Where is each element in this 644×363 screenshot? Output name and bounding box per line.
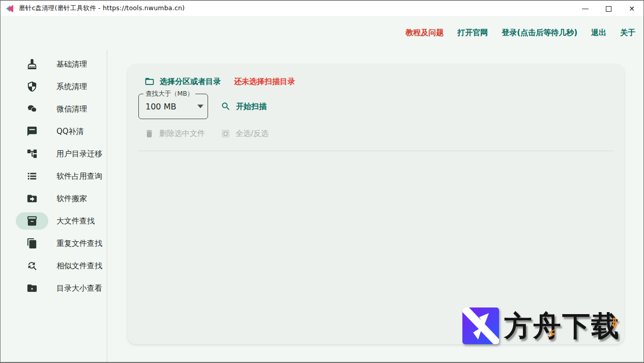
watermark: 方舟下载 ⚡ ⇓: [462, 308, 620, 344]
select-all-button[interactable]: 全选/反选: [221, 126, 269, 141]
list-icon: [16, 167, 48, 185]
directory-select-row: 选择分区或者目录 还未选择扫描目录: [144, 76, 295, 87]
size-threshold-value: 100 MB: [145, 94, 176, 119]
start-scan-button[interactable]: 开始扫描: [221, 94, 267, 119]
select-all-icon: [221, 129, 230, 138]
maximize-icon: [606, 6, 611, 12]
chat-bubble-icon: [16, 123, 48, 140]
folder-star-icon: [16, 280, 48, 297]
delete-selected-label: 删除选中文件: [159, 129, 205, 138]
copy-files-icon: [16, 235, 48, 252]
sidebar-item-label: 软件占用查询: [56, 172, 102, 181]
sidebar-item-label: 系统清理: [56, 82, 87, 92]
sidebar-item-label: 软件搬家: [56, 194, 87, 204]
sidebar-item-qq-clean[interactable]: QQ补清: [1, 120, 107, 143]
sidebar-item-label: 目录大小查看: [56, 284, 102, 293]
sidebar-item-label: 微信清理: [56, 104, 87, 114]
select-all-label: 全选/反选: [236, 129, 269, 138]
main-panel: 选择分区或者目录 还未选择扫描目录 查找大于（MB） 100 MB 开始扫描 删…: [128, 64, 624, 344]
watermark-text: 方舟下载 ⚡ ⇓: [504, 308, 620, 344]
search-icon: [221, 101, 231, 111]
nav-tutorial-link[interactable]: 教程及问题: [405, 28, 444, 38]
nav-login-link[interactable]: 登录(点击后等待几秒): [502, 28, 577, 38]
sidebar-item-user-dir-migrate[interactable]: 用户目录迁移: [1, 143, 107, 165]
watermark-label: 方舟下载: [504, 310, 620, 342]
minimize-icon: [582, 9, 589, 9]
sidebar-item-duplicate-file-search[interactable]: 重复文件查找: [1, 232, 107, 255]
chevron-down-icon: [197, 105, 203, 108]
start-scan-label: 开始扫描: [236, 102, 267, 111]
sidebar-item-label: 基础清理: [56, 60, 87, 69]
nav-official-site-link[interactable]: 打开官网: [457, 28, 488, 38]
download-arrow-icon: ⇓: [609, 304, 621, 341]
sidebar-item-label: 大文件查找: [56, 216, 95, 226]
folder-move-icon: [16, 190, 48, 207]
close-icon: ✕: [629, 5, 635, 13]
top-nav: 教程及问题 打开官网 登录(点击后等待几秒) 退出 关于: [405, 17, 643, 48]
window-controls: ✕: [573, 1, 643, 17]
no-directory-warning: 还未选择扫描目录: [234, 77, 295, 87]
nav-about-link[interactable]: 关于: [620, 28, 635, 38]
sidebar-item-dir-size-view[interactable]: 目录大小查看: [1, 277, 107, 299]
sidebar-item-similar-file-search[interactable]: 相似文件查找: [1, 255, 107, 277]
sidebar-item-software-usage[interactable]: 软件占用查询: [1, 165, 107, 187]
folder-icon: [144, 76, 155, 87]
maximize-button[interactable]: [597, 1, 620, 17]
title-bar: 磨针c盘清理(磨针工具软件 - https://tools.nwumba.cn)…: [1, 1, 643, 17]
wechat-icon: [16, 100, 48, 118]
account-tree-icon: [16, 145, 48, 162]
find-replace-icon: [16, 257, 48, 274]
sidebar-item-label: 用户目录迁移: [56, 149, 102, 159]
size-threshold-dropdown[interactable]: 查找大于（MB） 100 MB: [138, 94, 208, 119]
app-logo-icon: [6, 5, 15, 13]
app-window: 磨针c盘清理(磨针工具软件 - https://tools.nwumba.cn)…: [0, 0, 644, 363]
delete-selected-button[interactable]: 删除选中文件: [144, 126, 205, 141]
nav-exit-link[interactable]: 退出: [591, 28, 606, 38]
sidebar: 基础清理 系统清理 微信清理 QQ补清 用户目录迁移: [1, 50, 107, 362]
sidebar-item-label: QQ补清: [56, 127, 84, 136]
ark-logo-icon: [462, 308, 499, 344]
broom-icon: [16, 55, 48, 73]
sidebar-item-wechat-clean[interactable]: 微信清理: [1, 98, 107, 120]
sidebar-item-basic-clean[interactable]: 基础清理: [1, 53, 107, 75]
sidebar-item-label: 相似文件查找: [56, 261, 102, 271]
sidebar-item-software-move[interactable]: 软件搬家: [1, 187, 107, 210]
results-divider: [138, 151, 613, 151]
minimize-button[interactable]: [573, 1, 597, 17]
sidebar-item-large-file-search[interactable]: 大文件查找: [1, 210, 107, 232]
select-directory-label: 选择分区或者目录: [160, 77, 221, 87]
archive-box-icon: [16, 212, 48, 230]
window-title: 磨针c盘清理(磨针工具软件 - https://tools.nwumba.cn): [19, 4, 185, 13]
close-button[interactable]: ✕: [620, 1, 643, 17]
sidebar-item-label: 重复文件查找: [56, 239, 102, 248]
sidebar-item-system-clean[interactable]: 系统清理: [1, 75, 107, 98]
shield-icon: [16, 78, 48, 95]
trash-icon: [144, 129, 154, 138]
select-directory-button[interactable]: 选择分区或者目录: [144, 76, 221, 87]
